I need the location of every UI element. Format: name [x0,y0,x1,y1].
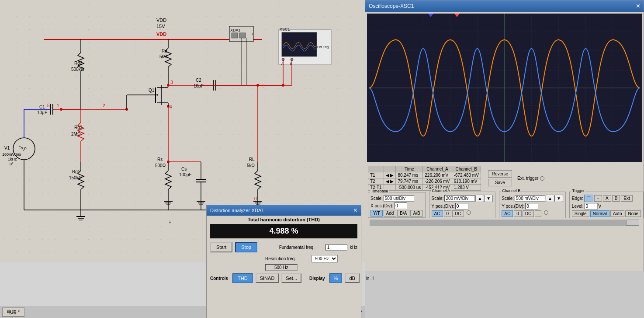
t1-left-arrow[interactable]: ◀ [386,173,389,178]
timebase-add-btn[interactable]: Add [384,210,397,217]
svg-text:A: A [281,62,284,66]
res-freq-select[interactable]: 500 Hz 1 kHz [312,255,338,262]
t1-right-arrow[interactable]: ▶ [390,173,394,178]
thd-btn[interactable]: THD [232,273,253,283]
chb-scale-input[interactable] [515,195,545,202]
osc-close-btn[interactable]: × [636,2,640,10]
dist-stop-btn[interactable]: Stop [235,242,257,252]
chb-dc-btn[interactable]: DC [523,210,534,217]
set-btn[interactable]: Set... [281,273,301,283]
cha-header: Channel_A [423,166,452,172]
trigger-edge-t[interactable]: ⌣ [594,195,602,202]
timebase-ab-btn[interactable]: A/B [410,210,422,217]
fund-freq-unit: kHz [350,245,357,250]
t2-time: 79.747 ms [396,178,423,185]
chb-ypos-input[interactable] [525,203,538,210]
osc-title-bar[interactable]: Oscilloscope-XSC1 × [365,0,644,12]
display-label: Display [309,276,325,281]
channel-a-title: Channel A [431,189,451,193]
chb-0-btn[interactable]: 0 [514,210,522,217]
trigger-normal-btn[interactable]: Normal [590,210,609,217]
trigger-single-btn[interactable]: Single [572,210,589,217]
timebase-yt-btn[interactable]: Y/T [370,210,383,217]
t2-right-arrow[interactable]: ▶ [390,179,394,184]
trigger-edge-b[interactable]: B [612,195,620,202]
db-btn[interactable]: dB [345,273,359,283]
ground-label: ⏚ [169,219,171,224]
cha-scale-down[interactable]: ▼ [484,195,493,202]
cha-ac-btn[interactable]: AC [432,210,443,217]
ext-trigger-indicator[interactable] [540,176,544,181]
v1-label: V1 [4,146,10,150]
ext-trig-label: Ext Trig [317,45,329,49]
trigger-level-input[interactable] [585,203,598,210]
trigger-edge-a[interactable]: A [603,195,611,202]
c1-label: C1 [39,105,45,109]
t2-chb: 610.190 mV [452,178,481,185]
chb-scale-up[interactable]: ▲ [546,195,554,202]
timebase-ba-btn[interactable]: B/A [397,210,409,217]
chb-minus-btn[interactable]: - [535,210,541,217]
cha-radio[interactable] [467,210,471,215]
cha-scale-up[interactable]: ▲ [475,195,484,202]
trigger-auto-btn[interactable]: Auto [610,210,625,217]
v1-params1: 160mVrms [2,152,21,157]
trigger-section: Trigger Edge: ⌒ ⌣ A B Ext Level: V Singl… [569,192,644,218]
cursor-t2[interactable] [454,14,460,17]
measurements-table: Time Channel_A Channel_B T1 ◀ ▶ 80.247 m… [368,166,481,191]
chb-radio[interactable] [544,210,548,215]
svg-rect-76 [282,32,317,56]
cha-0-btn[interactable]: 0 [444,210,452,217]
svg-point-70 [167,161,170,163]
rl-label: RL [249,157,255,162]
cs-label: Cs [181,167,187,171]
vdd-top-label: VDD [156,17,166,23]
osc-screen [367,14,642,162]
cha-ypos-label: Y pos.(Div): [432,204,454,209]
in-indicator[interactable] [373,276,374,280]
channel-a-section: Channel A Scale: ▲ ▼ Y pos.(Div): AC 0 D… [429,192,496,218]
t2-label: T2 [368,178,384,185]
chb-scale-down[interactable]: ▼ [554,195,563,202]
trigger-none-btn[interactable]: None [625,210,641,217]
dist-close-btn[interactable]: × [353,206,357,214]
timebase-xpos-input[interactable] [394,203,407,209]
t2-cha: -226.206 mV [423,178,452,185]
chb-ac-btn[interactable]: AC [502,210,513,217]
fund-freq-label: Fundamental freq. [279,245,323,250]
node1-label: 1 [57,103,59,108]
trigger-level-unit: V [599,204,602,209]
dist-start-btn[interactable]: Start [210,242,232,252]
node2-label: 2 [103,103,105,108]
t2-left-arrow[interactable]: ◀ [386,179,389,184]
thd-value: 4.988 % [269,227,298,235]
timebase-section: Timebase Scale: X pos.(Div): Y/T Add B/A… [368,192,426,218]
chb-header: Channel_B [452,166,481,172]
node4-label: 4 [170,105,172,109]
trigger-edge-label: Edge: [572,196,583,201]
t1-label: T1 [368,172,384,178]
svg-text:+: + [19,144,21,149]
cha-ypos-input[interactable] [455,203,468,210]
osc-controls: Time Channel_A Channel_B T1 ◀ ▶ 80.247 m… [365,164,644,228]
fund-freq-input[interactable] [325,244,347,251]
rl-value: 5kΩ [247,163,255,168]
percent-btn[interactable]: % [329,273,343,283]
timebase-title: Timebase [370,189,389,193]
vdd-voltage: 15V [156,24,165,29]
trigger-edge-f[interactable]: ⌒ [584,195,593,202]
in-label: In [366,276,369,281]
t1-cha: 226.206 mV [423,172,452,178]
save-button[interactable]: Save [488,179,512,186]
dist-title-bar[interactable]: Distortion analyzer-XDA1 × [207,205,361,216]
cha-dc-btn[interactable]: DC [452,210,464,217]
cha-scale-input[interactable] [444,195,475,202]
cursor-t1[interactable] [428,14,433,17]
timebase-scale-input[interactable] [384,195,414,202]
trigger-edge-ext[interactable]: Ext [621,195,632,202]
sinad-btn[interactable]: SINAD [256,273,279,283]
circuit-tab[interactable]: 电路 * [2,308,24,317]
reverse-button[interactable]: Reverse [488,170,512,178]
cha-scale-label: Scale: [432,196,444,201]
osc-scrollbar[interactable] [370,220,639,226]
